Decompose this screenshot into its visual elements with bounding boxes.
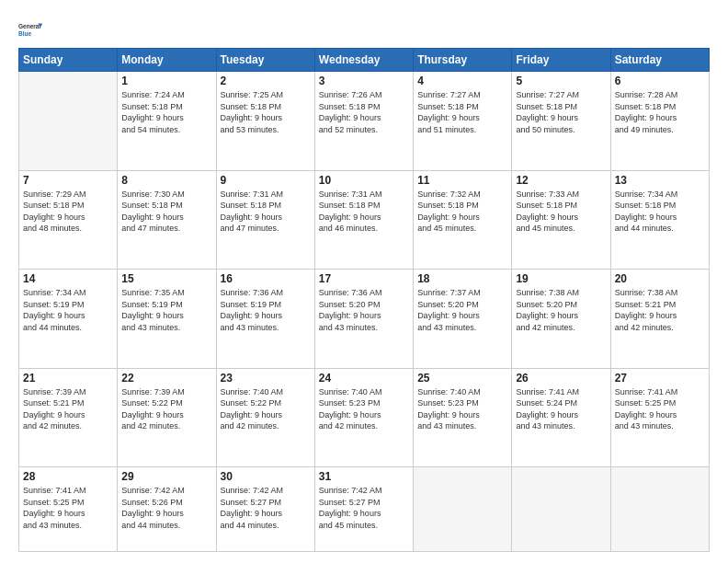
day-info: Sunrise: 7:28 AM Sunset: 5:18 PM Dayligh… — [615, 89, 705, 135]
day-number: 30 — [221, 470, 311, 483]
header: GeneralBlue — [18, 17, 710, 42]
calendar-day-cell: 15Sunrise: 7:35 AM Sunset: 5:19 PM Dayli… — [118, 270, 216, 369]
calendar-day-cell: 16Sunrise: 7:36 AM Sunset: 5:19 PM Dayli… — [216, 270, 314, 369]
day-info: Sunrise: 7:31 AM Sunset: 5:18 PM Dayligh… — [319, 189, 409, 235]
calendar-header-cell: Sunday — [19, 49, 118, 72]
calendar-day-cell: 4Sunrise: 7:27 AM Sunset: 5:18 PM Daylig… — [414, 72, 512, 171]
day-info: Sunrise: 7:37 AM Sunset: 5:20 PM Dayligh… — [417, 287, 507, 333]
calendar-day-cell: 29Sunrise: 7:42 AM Sunset: 5:26 PM Dayli… — [118, 467, 216, 552]
day-number: 5 — [516, 75, 606, 87]
day-number: 2 — [221, 75, 311, 87]
calendar-header-cell: Friday — [512, 49, 610, 72]
svg-text:Blue: Blue — [18, 30, 31, 37]
calendar-day-cell: 22Sunrise: 7:39 AM Sunset: 5:22 PM Dayli… — [118, 368, 216, 467]
day-info: Sunrise: 7:36 AM Sunset: 5:20 PM Dayligh… — [319, 287, 409, 333]
calendar-day-cell: 23Sunrise: 7:40 AM Sunset: 5:22 PM Dayli… — [216, 368, 314, 467]
day-number: 17 — [319, 272, 409, 285]
day-number: 28 — [23, 470, 113, 483]
calendar-day-cell: 11Sunrise: 7:32 AM Sunset: 5:18 PM Dayli… — [414, 170, 512, 270]
day-number: 26 — [516, 372, 606, 385]
logo-icon: GeneralBlue — [18, 17, 44, 42]
day-info: Sunrise: 7:24 AM Sunset: 5:18 PM Dayligh… — [121, 89, 211, 135]
day-number: 15 — [121, 272, 211, 285]
day-number: 18 — [417, 272, 507, 285]
day-number: 14 — [23, 272, 113, 285]
calendar-week-row: 7Sunrise: 7:29 AM Sunset: 5:18 PM Daylig… — [19, 170, 710, 270]
calendar-week-row: 14Sunrise: 7:34 AM Sunset: 5:19 PM Dayli… — [19, 270, 710, 369]
day-info: Sunrise: 7:39 AM Sunset: 5:21 PM Dayligh… — [23, 386, 113, 432]
calendar-day-cell: 28Sunrise: 7:41 AM Sunset: 5:25 PM Dayli… — [19, 467, 118, 552]
calendar-day-cell: 3Sunrise: 7:26 AM Sunset: 5:18 PM Daylig… — [314, 72, 413, 171]
day-number: 12 — [516, 174, 606, 187]
day-info: Sunrise: 7:33 AM Sunset: 5:18 PM Dayligh… — [516, 189, 606, 235]
calendar-header-cell: Wednesday — [314, 49, 413, 72]
day-number: 25 — [417, 372, 507, 385]
calendar-day-cell: 9Sunrise: 7:31 AM Sunset: 5:18 PM Daylig… — [216, 170, 314, 270]
day-number: 11 — [417, 174, 507, 187]
day-number: 1 — [121, 75, 211, 87]
calendar-day-cell: 25Sunrise: 7:40 AM Sunset: 5:23 PM Dayli… — [414, 368, 512, 467]
calendar-day-cell: 6Sunrise: 7:28 AM Sunset: 5:18 PM Daylig… — [610, 72, 709, 171]
calendar-day-cell — [414, 467, 512, 552]
day-info: Sunrise: 7:40 AM Sunset: 5:22 PM Dayligh… — [221, 386, 311, 432]
day-info: Sunrise: 7:41 AM Sunset: 5:25 PM Dayligh… — [23, 485, 113, 531]
day-number: 19 — [516, 272, 606, 285]
page: GeneralBlue SundayMondayTuesdayWednesday… — [0, 0, 728, 563]
calendar-day-cell: 31Sunrise: 7:42 AM Sunset: 5:27 PM Dayli… — [314, 467, 413, 552]
calendar-day-cell: 21Sunrise: 7:39 AM Sunset: 5:21 PM Dayli… — [19, 368, 118, 467]
calendar-day-cell: 30Sunrise: 7:42 AM Sunset: 5:27 PM Dayli… — [216, 467, 314, 552]
day-number: 27 — [615, 372, 705, 385]
day-number: 8 — [121, 174, 211, 187]
day-number: 9 — [221, 174, 311, 187]
day-number: 10 — [319, 174, 409, 187]
calendar-day-cell: 20Sunrise: 7:38 AM Sunset: 5:21 PM Dayli… — [610, 270, 709, 369]
calendar-day-cell: 5Sunrise: 7:27 AM Sunset: 5:18 PM Daylig… — [512, 72, 610, 171]
day-info: Sunrise: 7:30 AM Sunset: 5:18 PM Dayligh… — [121, 189, 211, 235]
calendar-week-row: 28Sunrise: 7:41 AM Sunset: 5:25 PM Dayli… — [19, 467, 710, 552]
calendar-day-cell — [610, 467, 709, 552]
day-info: Sunrise: 7:36 AM Sunset: 5:19 PM Dayligh… — [221, 287, 311, 333]
calendar-header-cell: Saturday — [610, 49, 709, 72]
calendar-day-cell: 26Sunrise: 7:41 AM Sunset: 5:24 PM Dayli… — [512, 368, 610, 467]
day-info: Sunrise: 7:27 AM Sunset: 5:18 PM Dayligh… — [417, 89, 507, 135]
calendar-week-row: 1Sunrise: 7:24 AM Sunset: 5:18 PM Daylig… — [19, 72, 710, 171]
calendar-week-row: 21Sunrise: 7:39 AM Sunset: 5:21 PM Dayli… — [19, 368, 710, 467]
day-number: 3 — [319, 75, 409, 87]
calendar-header-cell: Thursday — [414, 49, 512, 72]
day-info: Sunrise: 7:40 AM Sunset: 5:23 PM Dayligh… — [319, 386, 409, 432]
day-info: Sunrise: 7:42 AM Sunset: 5:26 PM Dayligh… — [121, 485, 211, 531]
calendar-day-cell: 24Sunrise: 7:40 AM Sunset: 5:23 PM Dayli… — [314, 368, 413, 467]
day-info: Sunrise: 7:29 AM Sunset: 5:18 PM Dayligh… — [23, 189, 113, 235]
day-number: 16 — [221, 272, 311, 285]
day-info: Sunrise: 7:42 AM Sunset: 5:27 PM Dayligh… — [221, 485, 311, 531]
calendar-day-cell: 7Sunrise: 7:29 AM Sunset: 5:18 PM Daylig… — [19, 170, 118, 270]
calendar-day-cell — [19, 72, 118, 171]
logo: GeneralBlue — [18, 17, 46, 42]
day-number: 6 — [615, 75, 705, 87]
day-info: Sunrise: 7:40 AM Sunset: 5:23 PM Dayligh… — [417, 386, 507, 432]
day-number: 23 — [221, 372, 311, 385]
day-number: 24 — [319, 372, 409, 385]
calendar-header-cell: Tuesday — [216, 49, 314, 72]
calendar-day-cell: 2Sunrise: 7:25 AM Sunset: 5:18 PM Daylig… — [216, 72, 314, 171]
calendar-day-cell: 14Sunrise: 7:34 AM Sunset: 5:19 PM Dayli… — [19, 270, 118, 369]
day-number: 20 — [615, 272, 705, 285]
day-number: 21 — [23, 372, 113, 385]
calendar-day-cell: 8Sunrise: 7:30 AM Sunset: 5:18 PM Daylig… — [118, 170, 216, 270]
day-info: Sunrise: 7:25 AM Sunset: 5:18 PM Dayligh… — [221, 89, 311, 135]
day-info: Sunrise: 7:34 AM Sunset: 5:18 PM Dayligh… — [615, 189, 705, 235]
day-info: Sunrise: 7:35 AM Sunset: 5:19 PM Dayligh… — [121, 287, 211, 333]
day-info: Sunrise: 7:38 AM Sunset: 5:21 PM Dayligh… — [615, 287, 705, 333]
day-info: Sunrise: 7:41 AM Sunset: 5:25 PM Dayligh… — [615, 386, 705, 432]
day-number: 13 — [615, 174, 705, 187]
calendar-day-cell: 18Sunrise: 7:37 AM Sunset: 5:20 PM Dayli… — [414, 270, 512, 369]
day-info: Sunrise: 7:32 AM Sunset: 5:18 PM Dayligh… — [417, 189, 507, 235]
calendar-day-cell: 12Sunrise: 7:33 AM Sunset: 5:18 PM Dayli… — [512, 170, 610, 270]
day-number: 22 — [121, 372, 211, 385]
calendar-day-cell: 27Sunrise: 7:41 AM Sunset: 5:25 PM Dayli… — [610, 368, 709, 467]
calendar-table: SundayMondayTuesdayWednesdayThursdayFrid… — [18, 48, 710, 552]
calendar-day-cell: 13Sunrise: 7:34 AM Sunset: 5:18 PM Dayli… — [610, 170, 709, 270]
calendar-header-cell: Monday — [118, 49, 216, 72]
day-number: 31 — [319, 470, 409, 483]
day-info: Sunrise: 7:27 AM Sunset: 5:18 PM Dayligh… — [516, 89, 606, 135]
